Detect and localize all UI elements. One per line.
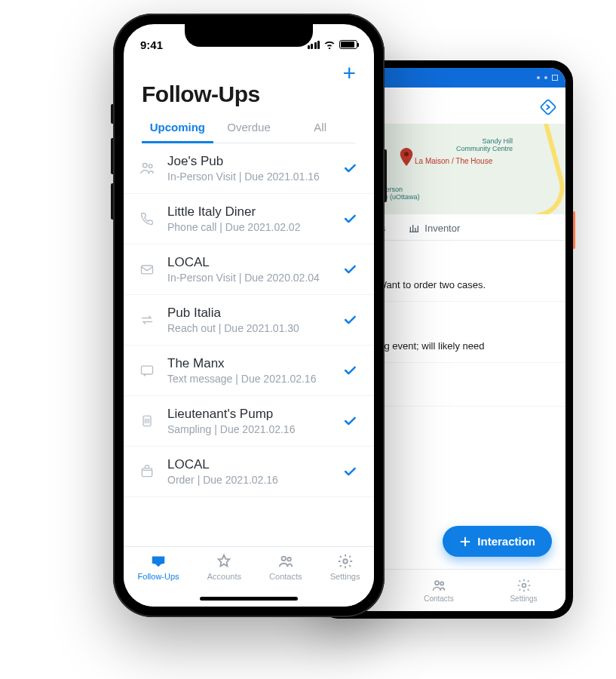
nav-label: Follow-Ups bbox=[138, 572, 179, 581]
list-item[interactable]: Lieutenant's PumpSampling | Due 2021.02.… bbox=[124, 396, 374, 447]
item-name: LOCAL bbox=[167, 255, 330, 270]
people-icon bbox=[277, 553, 295, 570]
nav-contacts[interactable]: Contacts bbox=[424, 578, 453, 603]
list-item[interactable]: LOCALIn-Person Visit | Due 2020.02.04 bbox=[124, 244, 374, 295]
directions-icon[interactable] bbox=[540, 99, 556, 115]
nav-settings[interactable]: Settings bbox=[330, 553, 360, 581]
svg-point-4 bbox=[435, 581, 439, 585]
check-icon[interactable] bbox=[342, 312, 357, 327]
power-button bbox=[385, 149, 387, 202]
plus-icon bbox=[459, 536, 471, 548]
page-header: + Follow-Ups Upcoming Overdue All bbox=[124, 59, 374, 143]
page-title: Follow-Ups bbox=[142, 81, 356, 107]
battery-icon bbox=[339, 40, 357, 49]
status-time: 9:41 bbox=[140, 38, 163, 51]
svg-point-13 bbox=[281, 557, 286, 561]
item-meta: Text message | Due 2021.02.16 bbox=[167, 373, 330, 385]
tab-overdue[interactable]: Overdue bbox=[213, 113, 285, 143]
check-icon[interactable] bbox=[342, 464, 357, 479]
package-icon bbox=[139, 464, 155, 479]
svg-rect-0 bbox=[541, 100, 556, 115]
nav-label: Contacts bbox=[269, 572, 302, 581]
nav-follow-ups[interactable]: Follow-Ups bbox=[138, 553, 179, 581]
tab-label: Upcoming bbox=[150, 121, 205, 134]
svg-rect-12 bbox=[142, 469, 152, 477]
svg-point-7 bbox=[143, 164, 148, 168]
wifi-icon bbox=[323, 40, 336, 49]
message-icon bbox=[139, 363, 155, 378]
nav-label: Contacts bbox=[424, 595, 453, 603]
silent-switch bbox=[111, 104, 113, 124]
list-item[interactable]: LOCALOrder | Due 2021.02.16 bbox=[124, 447, 374, 497]
item-meta: In-Person Visit | Due 2021.01.16 bbox=[167, 171, 330, 183]
item-meta: Phone call | Due 2021.02.02 bbox=[167, 221, 330, 233]
inventory-icon bbox=[408, 222, 420, 234]
item-meta: Sampling | Due 2021.02.16 bbox=[167, 423, 330, 435]
list-item[interactable]: Joe's PubIn-Person Visit | Due 2021.01.1… bbox=[124, 143, 374, 194]
volume-up-button bbox=[111, 138, 113, 174]
list-item[interactable]: Little Italy DinerPhone call | Due 2021.… bbox=[124, 194, 374, 244]
item-name: The Manx bbox=[167, 356, 330, 371]
tab-label: All bbox=[314, 121, 326, 134]
check-icon[interactable] bbox=[342, 161, 357, 176]
nav-label: Settings bbox=[330, 572, 360, 581]
gear-icon bbox=[336, 553, 354, 570]
item-name: Lieutenant's Pump bbox=[167, 407, 330, 422]
nav-accounts[interactable]: Accounts bbox=[207, 553, 241, 581]
svg-point-1 bbox=[404, 152, 409, 156]
nav-settings[interactable]: Settings bbox=[510, 578, 537, 603]
notch bbox=[185, 24, 313, 47]
android-power-button bbox=[573, 211, 575, 249]
add-interaction-button[interactable]: Interaction bbox=[443, 526, 552, 557]
star-icon bbox=[215, 553, 233, 570]
volume-down-button bbox=[111, 183, 113, 220]
filter-tabs: Upcoming Overdue All bbox=[142, 113, 356, 143]
item-meta: Reach out | Due 2021.01.30 bbox=[167, 322, 330, 334]
inbox-icon bbox=[149, 553, 167, 570]
list-item[interactable]: Pub ItaliaReach out | Due 2021.01.30 bbox=[124, 295, 374, 346]
item-name: Joe's Pub bbox=[167, 154, 330, 169]
list-item[interactable]: The ManxText message | Due 2021.02.16 bbox=[124, 346, 374, 396]
subtab-inventory[interactable]: Inventor bbox=[408, 222, 460, 234]
svg-point-6 bbox=[522, 584, 526, 588]
item-name: LOCAL bbox=[167, 457, 330, 472]
subtab-label: Inventor bbox=[424, 223, 460, 234]
item-meta: Order | Due 2021.02.16 bbox=[167, 474, 330, 486]
sample-icon bbox=[139, 413, 155, 429]
gear-icon bbox=[516, 578, 532, 593]
nav-contacts[interactable]: Contacts bbox=[269, 553, 302, 581]
nav-label: Accounts bbox=[207, 572, 241, 581]
check-icon[interactable] bbox=[342, 363, 357, 378]
item-name: Pub Italia bbox=[167, 306, 330, 321]
people-icon bbox=[431, 578, 446, 593]
fab-label: Interaction bbox=[477, 535, 535, 548]
nav-label: Settings bbox=[510, 595, 537, 603]
check-icon[interactable] bbox=[342, 413, 357, 429]
mail-icon bbox=[139, 262, 155, 277]
iphone: 9:41 + Follow-Ups Upcoming Overdue All bbox=[113, 14, 385, 617]
iphone-screen: 9:41 + Follow-Ups Upcoming Overdue All bbox=[124, 24, 374, 607]
svg-point-5 bbox=[440, 582, 443, 585]
swap-icon bbox=[139, 312, 155, 327]
map-label: La Maison / The House bbox=[415, 157, 492, 165]
tab-all[interactable]: All bbox=[284, 113, 356, 143]
map-label: Sandy Hill Community Centre bbox=[456, 137, 513, 152]
home-indicator bbox=[200, 597, 298, 601]
svg-point-15 bbox=[343, 559, 348, 564]
phone-icon bbox=[139, 211, 155, 226]
check-icon[interactable] bbox=[342, 262, 357, 277]
svg-rect-9 bbox=[142, 266, 153, 274]
followup-list: Joe's PubIn-Person Visit | Due 2021.01.1… bbox=[124, 143, 374, 546]
people-icon bbox=[139, 160, 155, 177]
svg-point-14 bbox=[287, 558, 291, 561]
check-icon[interactable] bbox=[342, 211, 357, 226]
item-name: Little Italy Diner bbox=[167, 204, 330, 220]
tab-upcoming[interactable]: Upcoming bbox=[142, 113, 213, 143]
map-pin-icon bbox=[400, 148, 413, 166]
svg-point-8 bbox=[149, 164, 152, 168]
item-meta: In-Person Visit | Due 2020.02.04 bbox=[167, 272, 330, 284]
tab-label: Overdue bbox=[227, 121, 271, 134]
